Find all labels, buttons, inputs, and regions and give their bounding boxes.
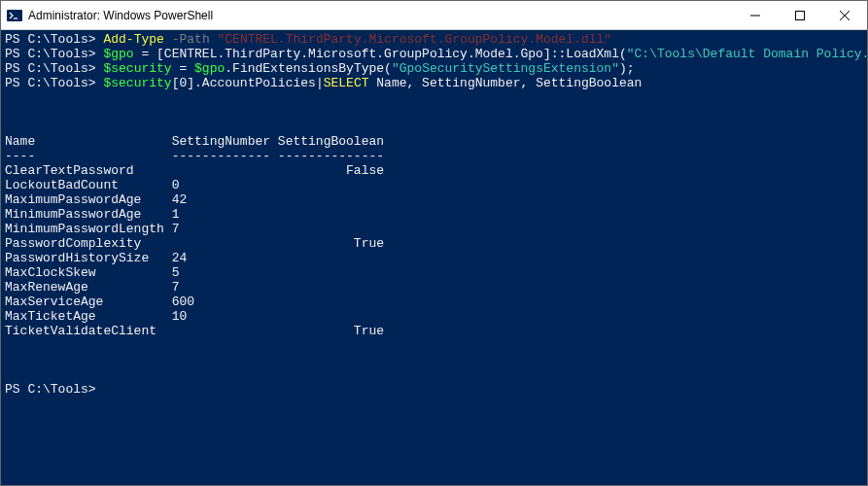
table-divider: ----------------- -------------- (5, 149, 863, 163)
variable: $security (103, 76, 171, 90)
terminal-output[interactable]: PS C:\Tools> Add-Type -Path "CENTREL.Thi… (1, 30, 867, 485)
cell-name: PasswordComplexity (5, 236, 172, 251)
col-header-name: Name (5, 134, 172, 149)
table-body: ClearTextPassword FalseLockoutBadCount0 … (5, 163, 863, 338)
expr: [0].AccountPolicies| (172, 76, 324, 90)
table-row: TicketValidateClient True (5, 324, 863, 338)
method: LoadXml (566, 47, 619, 61)
col-header-bool: SettingBoolean (278, 134, 384, 149)
expr: = [CENTREL.ThirdParty.Microsoft.GroupPol… (134, 47, 567, 61)
table-row: MaximumPasswordAge42 (5, 192, 863, 207)
maximize-button[interactable] (778, 1, 822, 29)
prompt: PS C:\Tools> (5, 47, 96, 61)
col-header-num: SettingNumber (172, 134, 270, 149)
svg-rect-0 (7, 10, 22, 21)
cell-num: 10 (172, 309, 270, 324)
table-row: PasswordComplexity True (5, 236, 863, 251)
blank-line (5, 353, 863, 367)
cell-name: MaximumPasswordAge (5, 192, 172, 207)
command-line: PS C:\Tools> $security = $gpo.FindExtens… (5, 61, 863, 76)
cell-num: 7 (172, 222, 270, 236)
cell-bool: False (278, 163, 384, 178)
close-icon (840, 11, 850, 20)
powershell-icon (7, 8, 22, 23)
cell-name: MinimumPasswordAge (5, 207, 172, 222)
maximize-icon (795, 11, 805, 20)
eq: = (172, 61, 194, 76)
cell-name: MaxRenewAge (5, 280, 172, 295)
window-controls (733, 1, 867, 29)
cmdlet: Add-Type (103, 32, 163, 47)
cell-name: ClearTextPassword (5, 163, 172, 178)
cell-name: PasswordHistorySize (5, 251, 172, 265)
table-row: LockoutBadCount0 (5, 178, 863, 192)
paren: ( (619, 47, 627, 61)
variable: $gpo (103, 47, 133, 61)
prompt-line: PS C:\Tools> (5, 382, 863, 397)
table-row: MaxServiceAge600 (5, 295, 863, 309)
prompt: PS C:\Tools> (5, 382, 96, 397)
cell-name: MaxTicketAge (5, 309, 172, 324)
cell-num: 7 (172, 280, 270, 295)
close-button[interactable] (822, 1, 867, 29)
cell-bool: True (278, 236, 384, 251)
prompt: PS C:\Tools> (5, 32, 96, 47)
table-row: ClearTextPassword False (5, 163, 863, 178)
cell-name: LockoutBadCount (5, 178, 172, 192)
cell-num: 0 (172, 178, 270, 192)
cell-bool: True (278, 324, 384, 338)
command-line: PS C:\Tools> $security[0].AccountPolicie… (5, 76, 863, 90)
table-row: MaxTicketAge10 (5, 309, 863, 324)
minimize-button[interactable] (733, 1, 778, 29)
prompt: PS C:\Tools> (5, 61, 96, 76)
string-arg: "C:\Tools\Default Domain Policy.xml" (627, 47, 867, 61)
cell-num: 42 (172, 192, 270, 207)
table-row: MaxClockSkew5 (5, 265, 863, 280)
cell-num: 1 (172, 207, 270, 222)
powershell-window: Administrator: Windows PowerShell PS C:\… (0, 0, 868, 486)
window-title: Administrator: Windows PowerShell (28, 9, 733, 22)
minimize-icon (750, 11, 760, 20)
dash: ---- (5, 149, 172, 163)
string-arg: "GpoSecuritySettingsExtension" (392, 61, 619, 76)
columns: Name, SettingNumber, SettingBoolean (369, 76, 642, 90)
param: -Path (172, 32, 210, 47)
paren: ); (619, 61, 635, 76)
svg-rect-3 (796, 11, 805, 19)
cell-name: TicketValidateClient (5, 324, 172, 338)
prompt: PS C:\Tools> (5, 76, 96, 90)
cell-num: 24 (172, 251, 270, 265)
command-line: PS C:\Tools> Add-Type -Path "CENTREL.Thi… (5, 32, 863, 47)
table-row: MinimumPasswordAge1 (5, 207, 863, 222)
method: .FindExtensionsByType( (225, 61, 392, 76)
cell-name: MaxClockSkew (5, 265, 172, 280)
table-row: PasswordHistorySize24 (5, 251, 863, 265)
cell-num: 5 (172, 265, 270, 280)
cell-name: MinimumPasswordLength (5, 222, 172, 236)
dash: ------------- (172, 149, 270, 163)
cmdlet: SELECT (324, 76, 369, 90)
command-line: PS C:\Tools> $gpo = [CENTREL.ThirdParty.… (5, 47, 863, 61)
blank-line (5, 105, 863, 120)
table-header: NameSettingNumber SettingBoolean (5, 134, 863, 149)
titlebar[interactable]: Administrator: Windows PowerShell (1, 1, 867, 30)
string-arg: "CENTREL.ThirdParty.Microsoft.GroupPolic… (218, 32, 612, 47)
table-row: MinimumPasswordLength7 (5, 222, 863, 236)
cell-name: MaxServiceAge (5, 295, 172, 309)
variable: $security (103, 61, 171, 76)
table-row: MaxRenewAge7 (5, 280, 863, 295)
dash: -------------- (278, 149, 384, 163)
cell-num: 600 (172, 295, 270, 309)
variable: $gpo (194, 61, 225, 76)
